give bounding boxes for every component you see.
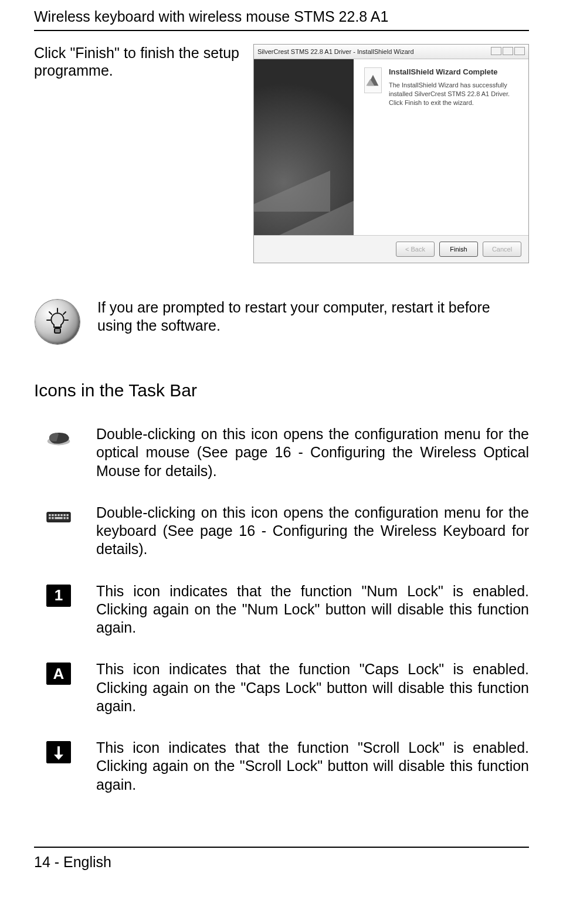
svg-rect-14 bbox=[66, 514, 68, 516]
intro-text: Click "Finish" to finish the setup progr… bbox=[34, 44, 239, 79]
taskbar-item-text: This icon indicates that the function "N… bbox=[96, 582, 529, 637]
restart-tip-text: If you are prompted to restart your comp… bbox=[97, 298, 529, 335]
close-icon bbox=[514, 47, 525, 55]
cancel-button[interactable]: Cancel bbox=[483, 242, 521, 257]
finish-button[interactable]: Finish bbox=[439, 242, 478, 257]
taskbar-item-text: This icon indicates that the function "C… bbox=[96, 660, 529, 715]
lightbulb-icon bbox=[34, 298, 81, 345]
svg-line-1 bbox=[49, 312, 52, 314]
taskbar-item-keyboard: Double-clicking on this icon opens the c… bbox=[41, 504, 529, 559]
svg-rect-18 bbox=[63, 517, 65, 519]
taskbar-item-numlock: 1 This icon indicates that the function … bbox=[41, 582, 529, 637]
taskbar-item-text: Double-clicking on this icon opens the c… bbox=[96, 425, 529, 480]
svg-line-2 bbox=[63, 312, 66, 314]
svg-rect-17 bbox=[55, 517, 62, 519]
window-controls bbox=[490, 47, 525, 56]
taskbar-item-text: This icon indicates that the function "S… bbox=[96, 739, 529, 794]
wizard-product-icon bbox=[364, 67, 382, 93]
taskbar-item-scrolllock: This icon indicates that the function "S… bbox=[41, 739, 529, 794]
mouse-icon bbox=[46, 427, 71, 450]
capslock-icon: A bbox=[46, 663, 71, 685]
wizard-main: InstallShield Wizard Complete The Instal… bbox=[354, 59, 528, 235]
svg-rect-16 bbox=[52, 517, 53, 519]
svg-rect-20 bbox=[57, 746, 60, 755]
svg-rect-9 bbox=[52, 514, 53, 516]
minimize-icon bbox=[491, 47, 501, 55]
back-button[interactable]: < Back bbox=[396, 242, 435, 257]
restart-tip: If you are prompted to restart your comp… bbox=[34, 298, 529, 345]
numlock-icon: 1 bbox=[46, 585, 71, 607]
wizard-heading: InstallShield Wizard Complete bbox=[389, 67, 518, 76]
svg-rect-10 bbox=[55, 514, 56, 516]
maximize-icon bbox=[503, 47, 513, 55]
svg-rect-12 bbox=[60, 514, 62, 516]
taskbar-item-capslock: A This icon indicates that the function … bbox=[41, 660, 529, 715]
svg-rect-13 bbox=[63, 514, 65, 516]
manual-page: Wireless keyboard with wireless mouse ST… bbox=[0, 0, 563, 894]
wizard-titlebar: SilverCrest STMS 22.8 A1 Driver - Instal… bbox=[254, 45, 528, 59]
keyboard-icon bbox=[46, 506, 71, 528]
footer-divider bbox=[34, 847, 529, 848]
section-heading: Icons in the Task Bar bbox=[34, 381, 529, 400]
svg-rect-19 bbox=[66, 517, 68, 519]
installshield-screenshot: SilverCrest STMS 22.8 A1 Driver - Instal… bbox=[253, 44, 529, 263]
svg-rect-5 bbox=[55, 328, 60, 333]
svg-rect-8 bbox=[49, 514, 50, 516]
wizard-side-graphic bbox=[254, 59, 354, 235]
taskbar-icon-list: Double-clicking on this icon opens the c… bbox=[34, 425, 529, 794]
wizard-window: SilverCrest STMS 22.8 A1 Driver - Instal… bbox=[253, 44, 529, 263]
taskbar-item-text: Double-clicking on this icon opens the c… bbox=[96, 504, 529, 559]
document-title: Wireless keyboard with wireless mouse ST… bbox=[34, 0, 529, 30]
title-divider bbox=[34, 30, 529, 31]
intro-and-wizard-row: Click "Finish" to finish the setup progr… bbox=[34, 44, 529, 263]
svg-rect-11 bbox=[57, 514, 59, 516]
wizard-button-row: < Back Finish Cancel bbox=[254, 235, 528, 263]
page-footer: 14 - English bbox=[34, 847, 529, 871]
wizard-window-title: SilverCrest STMS 22.8 A1 Driver - Instal… bbox=[257, 48, 414, 55]
taskbar-item-mouse: Double-clicking on this icon opens the c… bbox=[41, 425, 529, 480]
wizard-body-text: The InstallShield Wizard has successfull… bbox=[389, 81, 518, 107]
page-number: 14 - English bbox=[34, 854, 529, 871]
svg-rect-15 bbox=[49, 517, 50, 519]
scrolllock-icon bbox=[46, 741, 71, 763]
